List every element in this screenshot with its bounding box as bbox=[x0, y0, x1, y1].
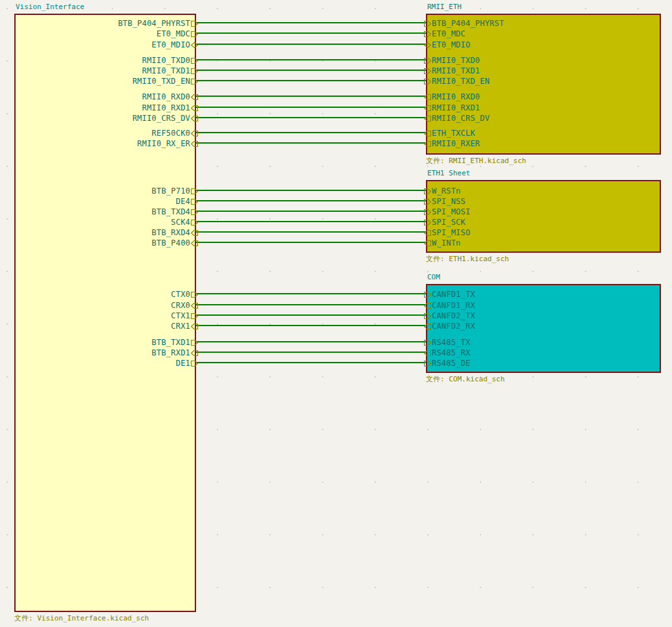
sheet-pin-rmii0_txd0[interactable]: RMII0_TXD0 bbox=[424, 56, 480, 65]
sheet-pin-btb_p404_phyrst[interactable]: BTB_P404_PHYRST bbox=[118, 19, 198, 28]
wire[interactable] bbox=[196, 142, 427, 144]
sheet-pin-canfd2_tx[interactable]: CANFD2_TX bbox=[424, 311, 475, 320]
sheet-pin-label: BTB_RXD1 bbox=[152, 348, 190, 357]
sheet-pin-rmii0_rxer[interactable]: RMII0_RXER bbox=[424, 139, 480, 148]
sheet-pin-w_intn[interactable]: W_INTn bbox=[424, 238, 461, 248]
pin-arrow-left-icon bbox=[191, 230, 198, 236]
sheet-pin-rmii0_rxd0[interactable]: RMII0_RXD0 bbox=[424, 92, 480, 101]
wire[interactable] bbox=[196, 70, 427, 71]
sheet-pin-rs485_rx[interactable]: RS485_RX bbox=[424, 348, 470, 357]
sheet-pin-btb_txd4[interactable]: BTB_TXD4 bbox=[152, 207, 198, 216]
pin-arrow-left-icon bbox=[424, 350, 431, 356]
wire[interactable] bbox=[196, 22, 427, 23]
sheet-pin-btb_p404_phyrst[interactable]: BTB_P404_PHYRST bbox=[424, 19, 504, 28]
wire[interactable] bbox=[196, 221, 427, 222]
sheet-pin-label: SPI_SCK bbox=[432, 218, 466, 227]
sheet-pin-rmii0_txd0[interactable]: RMII0_TXD0 bbox=[142, 56, 198, 65]
wire[interactable] bbox=[196, 314, 427, 316]
sheet-pin-canfd1_rx[interactable]: CANFD1_RX bbox=[424, 301, 475, 310]
sheet-pin-et0_mdc[interactable]: ET0_MDC bbox=[156, 29, 198, 38]
sheet-pin-label: CANFD2_TX bbox=[432, 311, 475, 320]
wire[interactable] bbox=[196, 80, 427, 81]
sheet-pin-crx0[interactable]: CRX0 bbox=[171, 301, 198, 310]
sheet-pin-spi_mosi[interactable]: SPI_MOSI bbox=[424, 207, 470, 216]
wire[interactable] bbox=[196, 44, 427, 45]
wire[interactable] bbox=[196, 293, 427, 294]
pin-arrow-right-icon bbox=[191, 79, 198, 84]
wire[interactable] bbox=[196, 96, 427, 97]
wire[interactable] bbox=[196, 117, 427, 118]
sheet-pin-rmii0_txd_en[interactable]: RMII0_TXD_EN bbox=[424, 77, 490, 86]
sheet-pin-w_rstn[interactable]: W_RSTn bbox=[424, 186, 461, 196]
sheet-pin-label: DE4 bbox=[176, 197, 190, 206]
sheet-pin-rmii0_txd1[interactable]: RMII0_TXD1 bbox=[142, 66, 198, 75]
wire[interactable] bbox=[196, 352, 427, 353]
wire[interactable] bbox=[196, 242, 427, 243]
pin-arrow-right-icon bbox=[424, 361, 431, 366]
sheet-pin-canfd2_rx[interactable]: CANFD2_RX bbox=[424, 322, 475, 331]
sheet-com[interactable]: CANFD1_TXCANFD1_RXCANFD2_TXCANFD2_RXRS48… bbox=[426, 284, 661, 373]
wire[interactable] bbox=[196, 59, 427, 60]
sheet-pin-ctx1[interactable]: CTX1 bbox=[171, 311, 198, 320]
sheet-pin-label: SPI_NSS bbox=[432, 197, 466, 206]
sheet-pin-et0_mdio[interactable]: ET0_MDIO bbox=[152, 40, 198, 49]
sheet-pin-rmii0_rxd1[interactable]: RMII0_RXD1 bbox=[424, 103, 480, 112]
wire[interactable] bbox=[196, 304, 427, 305]
wire[interactable] bbox=[196, 341, 427, 342]
sheet-pin-de4[interactable]: DE4 bbox=[176, 197, 198, 206]
pin-arrow-right-icon bbox=[424, 21, 431, 27]
sheet-pin-label: ET0_MDIO bbox=[432, 40, 470, 49]
wire[interactable] bbox=[196, 107, 427, 108]
sheet-pin-et0_mdc[interactable]: ET0_MDC bbox=[424, 29, 466, 38]
sheet-pin-rmii0_txd1[interactable]: RMII0_TXD1 bbox=[424, 66, 480, 75]
pin-arrow-right-icon bbox=[424, 31, 431, 37]
sheet-pin-label: RS485_RX bbox=[432, 348, 470, 357]
sheet-pin-btb_rxd4[interactable]: BTB_RXD4 bbox=[152, 228, 198, 237]
sheet-pin-de1[interactable]: DE1 bbox=[176, 359, 198, 368]
sheet-pin-label: BTB_P710 bbox=[152, 186, 190, 196]
sheet-pin-ref50ck0[interactable]: REF50CK0 bbox=[152, 129, 198, 138]
sheet-pin-btb_txd1[interactable]: BTB_TXD1 bbox=[152, 338, 198, 347]
sheet-pin-btb_p710[interactable]: BTB_P710 bbox=[152, 186, 198, 196]
wire[interactable] bbox=[196, 190, 427, 191]
sheet-pin-btb_p400[interactable]: BTB_P400 bbox=[152, 238, 198, 248]
wire[interactable] bbox=[196, 32, 427, 34]
sheet-pin-spi_miso[interactable]: SPI_MISO bbox=[424, 228, 470, 237]
sheet-pin-rmii0_txd_en[interactable]: RMII0_TXD_EN bbox=[132, 77, 198, 86]
sheet-pin-label: W_RSTn bbox=[432, 186, 461, 196]
sheet-pin-ctx0[interactable]: CTX0 bbox=[171, 290, 198, 299]
sheet-pin-rmii0_rx_er[interactable]: RMII0_RX_ER bbox=[137, 139, 198, 148]
sheet-name-rmii-eth: RMII_ETH bbox=[427, 3, 462, 12]
sheet-filename-com: 文件: COM.kicad_sch bbox=[426, 375, 504, 384]
sheet-pin-crx1[interactable]: CRX1 bbox=[171, 322, 198, 331]
sheet-pin-eth_txclk[interactable]: ETH_TXCLK bbox=[424, 129, 475, 138]
wire[interactable] bbox=[196, 132, 427, 133]
wire[interactable] bbox=[196, 325, 427, 326]
wire[interactable] bbox=[196, 211, 427, 212]
pin-arrow-left-icon bbox=[424, 131, 431, 136]
sheet-pin-spi_sck[interactable]: SPI_SCK bbox=[424, 218, 466, 227]
sheet-rmii-eth[interactable]: BTB_P404_PHYRSTET0_MDCET0_MDIORMII0_TXD0… bbox=[426, 14, 661, 155]
sheet-pin-label: RMII0_TXD_EN bbox=[432, 77, 490, 86]
sheet-pin-rs485_tx[interactable]: RS485_TX bbox=[424, 338, 470, 347]
pin-arrow-left-icon bbox=[191, 105, 198, 111]
sheet-eth1[interactable]: W_RSTnSPI_NSSSPI_MOSISPI_SCKSPI_MISOW_IN… bbox=[426, 180, 661, 253]
sheet-pin-rmii0_crs_dv[interactable]: RMII0_CRS_DV bbox=[132, 114, 198, 123]
sheet-pin-canfd1_tx[interactable]: CANFD1_TX bbox=[424, 290, 475, 299]
sheet-pin-rmii0_rxd1[interactable]: RMII0_RXD1 bbox=[142, 103, 198, 112]
sheet-pin-sck4[interactable]: SCK4 bbox=[171, 218, 198, 227]
schematic-canvas[interactable]: Vision_InterfaceBTB_P404_PHYRSTET0_MDCET… bbox=[0, 0, 672, 627]
sheet-pin-rmii0_crs_dv[interactable]: RMII0_CRS_DV bbox=[424, 114, 490, 123]
sheet-pin-rmii0_rxd0[interactable]: RMII0_RXD0 bbox=[142, 92, 198, 101]
wire[interactable] bbox=[196, 200, 427, 201]
sheet-pin-btb_rxd1[interactable]: BTB_RXD1 bbox=[152, 348, 198, 357]
sheet-pin-label: SCK4 bbox=[171, 218, 190, 227]
sheet-pin-label: RMII0_CRS_DV bbox=[132, 114, 190, 123]
sheet-pin-et0_mdio[interactable]: ET0_MDIO bbox=[424, 40, 470, 49]
pin-arrow-right-icon bbox=[191, 220, 198, 225]
wire[interactable] bbox=[196, 362, 427, 363]
sheet-pin-spi_nss[interactable]: SPI_NSS bbox=[424, 197, 466, 206]
sheet-vision-interface[interactable]: BTB_P404_PHYRSTET0_MDCET0_MDIORMII0_TXD0… bbox=[14, 14, 196, 612]
wire[interactable] bbox=[196, 231, 427, 233]
sheet-pin-rs485_de[interactable]: RS485_DE bbox=[424, 359, 470, 368]
